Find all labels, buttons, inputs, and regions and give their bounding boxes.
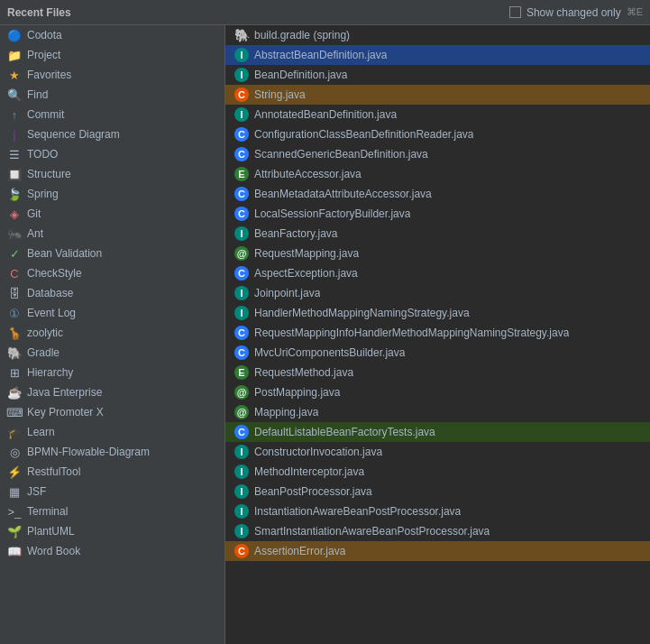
list-item[interactable]: IBeanFactory.java bbox=[225, 224, 650, 244]
file-name-label: BeanFactory.java bbox=[254, 227, 338, 240]
list-item[interactable]: CAspectException.java bbox=[225, 263, 650, 283]
file-name-label: Mapping.java bbox=[254, 406, 318, 419]
sidebar-item-jee[interactable]: ☕Java Enterprise bbox=[0, 382, 224, 402]
sidebar-item-todo[interactable]: ☰TODO bbox=[0, 144, 224, 164]
list-item[interactable]: IBeanDefinition.java bbox=[225, 65, 650, 85]
file-type-icon: I bbox=[234, 226, 249, 241]
zoolytic-label: zoolytic bbox=[27, 327, 63, 339]
list-item[interactable]: CBeanMetadataAttributeAccessor.java bbox=[225, 184, 650, 204]
list-item[interactable]: CDefaultListableBeanFactoryTests.java bbox=[225, 422, 650, 442]
sidebar-item-learn[interactable]: 🎓Learn bbox=[0, 422, 224, 442]
eventlog-icon: ① bbox=[7, 306, 22, 320]
file-type-icon: C bbox=[234, 266, 249, 281]
sidebar-item-structure[interactable]: 🔲Structure bbox=[0, 164, 224, 184]
sidebar-item-gradle[interactable]: 🐘Gradle bbox=[0, 343, 224, 363]
list-item[interactable]: CAssertionError.java bbox=[225, 541, 650, 561]
sidebar-item-ant[interactable]: 🐜Ant bbox=[0, 224, 224, 244]
sidebar-item-jsf[interactable]: ▦JSF bbox=[0, 482, 224, 501]
sidebar-item-spring[interactable]: 🍃Spring bbox=[0, 184, 224, 204]
sidebar-item-find[interactable]: 🔍Find bbox=[0, 85, 224, 105]
file-type-icon: E bbox=[234, 365, 249, 380]
hierarchy-label: Hierarchy bbox=[27, 366, 73, 379]
sidebar-item-commit[interactable]: ↑Commit bbox=[0, 105, 224, 124]
file-type-icon: C bbox=[234, 326, 249, 340]
file-type-icon: I bbox=[234, 465, 249, 479]
sequence-label: Sequence Diagram bbox=[27, 128, 120, 141]
main-content: 🔵Codota📁Project★Favorites🔍Find↑Commit|Se… bbox=[0, 25, 650, 644]
list-item[interactable]: ERequestMethod.java bbox=[225, 363, 650, 382]
file-list: 🐘build.gradle (spring)IAbstractBeanDefin… bbox=[225, 25, 650, 644]
list-item[interactable]: IConstructorInvocation.java bbox=[225, 442, 650, 462]
list-item[interactable]: IJoinpoint.java bbox=[225, 283, 650, 303]
jee-icon: ☕ bbox=[7, 385, 22, 400]
file-name-label: InstantiationAwareBeanPostProcessor.java bbox=[254, 505, 461, 518]
file-name-label: BeanDefinition.java bbox=[254, 69, 347, 81]
show-changed-checkbox[interactable] bbox=[509, 6, 521, 18]
favorites-icon: ★ bbox=[7, 68, 22, 82]
sidebar-item-plantuml[interactable]: 🌱PlantUML bbox=[0, 521, 224, 541]
sidebar-item-checkstyle[interactable]: CCheckStyle bbox=[0, 263, 224, 283]
file-name-label: AssertionError.java bbox=[254, 545, 345, 557]
sidebar-item-git[interactable]: ◈Git bbox=[0, 204, 224, 224]
file-type-icon: C bbox=[234, 147, 249, 161]
sidebar-item-hierarchy[interactable]: ⊞Hierarchy bbox=[0, 363, 224, 382]
sidebar-item-kp[interactable]: ⌨Key Promoter X bbox=[0, 402, 224, 422]
checkstyle-label: CheckStyle bbox=[27, 267, 82, 280]
sidebar-item-sequence[interactable]: |Sequence Diagram bbox=[0, 124, 224, 144]
list-item[interactable]: CScannedGenericBeanDefinition.java bbox=[225, 144, 650, 164]
jsf-label: JSF bbox=[27, 485, 46, 498]
sidebar-item-database[interactable]: 🗄Database bbox=[0, 283, 224, 303]
list-item[interactable]: @RequestMapping.java bbox=[225, 244, 650, 263]
sidebar-item-favorites[interactable]: ★Favorites bbox=[0, 65, 224, 85]
sidebar-item-rest[interactable]: ⚡RestfulTool bbox=[0, 462, 224, 482]
list-item[interactable]: CConfigurationClassBeanDefinitionReader.… bbox=[225, 124, 650, 144]
file-name-label: RequestMappingInfoHandlerMethodMappingNa… bbox=[254, 327, 569, 339]
list-item[interactable]: IBeanPostProcessor.java bbox=[225, 482, 650, 501]
sidebar-item-zoolytic[interactable]: 🦒zoolytic bbox=[0, 323, 224, 343]
zoolytic-icon: 🦒 bbox=[7, 326, 22, 340]
list-item[interactable]: IHandlerMethodMappingNamingStrategy.java bbox=[225, 303, 650, 323]
list-item[interactable]: CRequestMappingInfoHandlerMethodMappingN… bbox=[225, 323, 650, 343]
eventlog-label: Event Log bbox=[27, 307, 76, 319]
project-label: Project bbox=[27, 49, 60, 61]
file-type-icon: I bbox=[234, 504, 249, 519]
find-icon: 🔍 bbox=[7, 87, 22, 102]
sidebar-item-bean[interactable]: ✓Bean Validation bbox=[0, 244, 224, 263]
file-name-label: HandlerMethodMappingNamingStrategy.java bbox=[254, 307, 470, 319]
file-type-icon: @ bbox=[234, 405, 249, 419]
list-item[interactable]: @PostMapping.java bbox=[225, 382, 650, 402]
list-item[interactable]: IMethodInterceptor.java bbox=[225, 462, 650, 482]
sidebar-item-project[interactable]: 📁Project bbox=[0, 45, 224, 65]
file-type-icon: I bbox=[234, 484, 249, 499]
list-item[interactable]: CString.java bbox=[225, 85, 650, 105]
sidebar-item-bpmn[interactable]: ◎BPMN-Flowable-Diagram bbox=[0, 442, 224, 462]
list-item[interactable]: @Mapping.java bbox=[225, 402, 650, 422]
list-item[interactable]: IInstantiationAwareBeanPostProcessor.jav… bbox=[225, 501, 650, 521]
git-icon: ◈ bbox=[7, 207, 22, 221]
list-item[interactable]: 🐘build.gradle (spring) bbox=[225, 25, 650, 45]
file-type-icon: @ bbox=[234, 246, 249, 261]
gradle-label: Gradle bbox=[27, 346, 60, 359]
file-name-label: AbstractBeanDefinition.java bbox=[254, 49, 387, 61]
kp-label: Key Promoter X bbox=[27, 406, 104, 419]
list-item[interactable]: IAbstractBeanDefinition.java bbox=[225, 45, 650, 65]
sidebar-item-codota[interactable]: 🔵Codota bbox=[0, 25, 224, 45]
list-item[interactable]: CLocalSessionFactoryBuilder.java bbox=[225, 204, 650, 224]
codota-label: Codota bbox=[27, 29, 62, 41]
sidebar-item-eventlog[interactable]: ①Event Log bbox=[0, 303, 224, 323]
file-name-label: build.gradle (spring) bbox=[254, 29, 350, 41]
list-item[interactable]: EAttributeAccessor.java bbox=[225, 164, 650, 184]
header: Recent Files Show changed only ⌘E bbox=[0, 0, 650, 25]
jee-label: Java Enterprise bbox=[27, 386, 102, 399]
list-item[interactable]: ISmartInstantiationAwareBeanPostProcesso… bbox=[225, 521, 650, 541]
kp-icon: ⌨ bbox=[7, 405, 22, 419]
file-name-label: AnnotatedBeanDefinition.java bbox=[254, 108, 397, 121]
list-item[interactable]: IAnnotatedBeanDefinition.java bbox=[225, 105, 650, 124]
list-item[interactable]: CMvcUriComponentsBuilder.java bbox=[225, 343, 650, 363]
sidebar-item-wordbook[interactable]: 📖Word Book bbox=[0, 541, 224, 561]
file-name-label: AttributeAccessor.java bbox=[254, 168, 362, 180]
file-type-icon: I bbox=[234, 445, 249, 459]
sidebar-item-terminal[interactable]: >_Terminal bbox=[0, 501, 224, 521]
file-type-icon: @ bbox=[234, 385, 249, 400]
file-name-label: SmartInstantiationAwareBeanPostProcessor… bbox=[254, 525, 490, 538]
